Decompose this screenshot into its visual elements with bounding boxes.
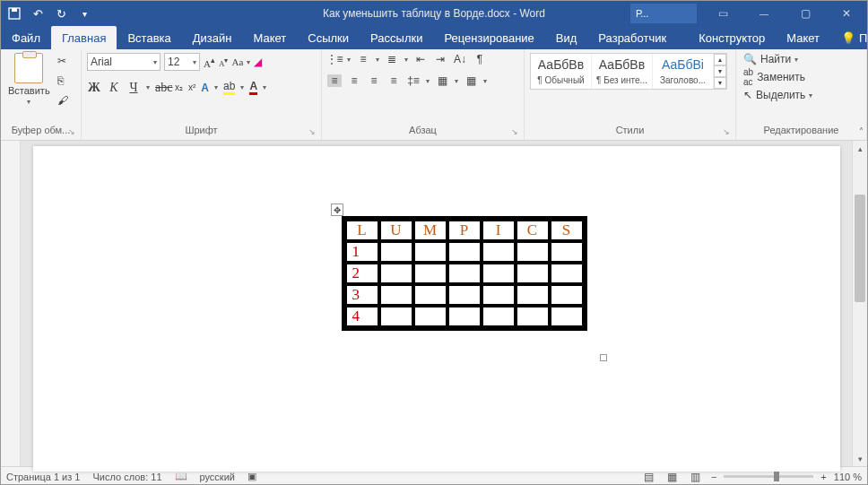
- align-left-icon[interactable]: ≡: [327, 74, 342, 87]
- bullets-icon[interactable]: ⋮≡: [327, 53, 342, 65]
- table-resize-handle-icon[interactable]: [600, 354, 607, 361]
- underline-button[interactable]: Ч: [126, 81, 141, 95]
- select-button[interactable]: ↖Выделить▾: [743, 89, 812, 101]
- replace-icon: abac: [743, 67, 753, 87]
- search-icon: 🔍: [743, 53, 757, 65]
- copy-icon[interactable]: ⎘: [57, 74, 68, 87]
- tab-view[interactable]: Вид: [545, 26, 588, 49]
- zoom-slider-knob[interactable]: [774, 472, 779, 481]
- table-header-row: L U M P I C S: [346, 221, 583, 240]
- spellcheck-icon[interactable]: 📖: [175, 471, 187, 482]
- tab-layout[interactable]: Макет: [242, 26, 297, 49]
- tab-references[interactable]: Ссылки: [297, 26, 360, 49]
- table-row: 2: [346, 264, 583, 283]
- status-language[interactable]: русский: [200, 472, 235, 482]
- font-size-combo[interactable]: 12▾: [164, 53, 200, 71]
- font-name-combo[interactable]: Arial▾: [87, 53, 161, 71]
- save-icon[interactable]: [8, 7, 21, 20]
- scroll-down-icon[interactable]: ▾: [853, 451, 868, 466]
- clear-formatting-icon[interactable]: ◢: [254, 56, 262, 68]
- status-word-count[interactable]: Число слов: 11: [92, 472, 161, 482]
- zoom-out-icon[interactable]: −: [711, 472, 716, 482]
- cut-icon[interactable]: ✂: [57, 55, 68, 67]
- paste-button[interactable]: Вставить ▾: [4, 51, 54, 108]
- tab-design[interactable]: Дизайн: [182, 26, 243, 49]
- numbering-icon[interactable]: ≡: [356, 53, 370, 65]
- dialog-launcher-icon[interactable]: ↘: [68, 126, 75, 138]
- group-styles-label: Стили: [616, 125, 645, 135]
- style-no-spacing[interactable]: АаБбВв¶ Без инте...: [592, 54, 653, 89]
- grow-font-icon[interactable]: A▴: [204, 55, 215, 69]
- line-spacing-icon[interactable]: ‡≡: [406, 74, 421, 87]
- superscript-button[interactable]: x²: [188, 82, 195, 92]
- dialog-launcher-icon[interactable]: ↘: [511, 126, 518, 138]
- vertical-scrollbar[interactable]: ▴ ▾: [852, 141, 867, 466]
- qat-customize-icon[interactable]: ▾: [78, 7, 91, 20]
- minimize-icon[interactable]: —: [743, 1, 785, 26]
- align-right-icon[interactable]: ≡: [367, 74, 381, 87]
- shrink-font-icon[interactable]: A▾: [219, 56, 229, 68]
- maximize-icon[interactable]: ▢: [785, 1, 826, 26]
- styles-gallery[interactable]: АаБбВв¶ Обычный АаБбВв¶ Без инте... АаБб…: [530, 53, 727, 90]
- undo-icon[interactable]: ↶: [31, 7, 44, 20]
- tab-table-layout[interactable]: Макет: [776, 26, 830, 49]
- vertical-ruler: [1, 141, 21, 466]
- dialog-launcher-icon[interactable]: ↘: [723, 126, 730, 138]
- change-case-icon[interactable]: Aa: [231, 56, 243, 67]
- group-font: Arial▾ 12▾ A▴ A▾ Aa▾ ◢ Ж К Ч▾ abc x₂ x² …: [82, 49, 322, 140]
- tab-file[interactable]: Файл: [1, 26, 51, 49]
- tab-table-design[interactable]: Конструктор: [688, 26, 776, 49]
- tab-developer[interactable]: Разработчик: [587, 26, 677, 49]
- lightbulb-icon: 💡: [841, 31, 855, 45]
- sort-icon[interactable]: A↓: [453, 53, 467, 65]
- zoom-in-icon[interactable]: +: [820, 472, 826, 482]
- group-paragraph: ⋮≡▾ ≡▾ ≣▾ ⇤ ⇥ A↓ ¶ ≡ ≡ ≡ ≡ ‡≡▾ ▦▾ ▦▾ Абз…: [322, 49, 525, 140]
- shading-icon[interactable]: ▦: [435, 74, 449, 87]
- show-marks-icon[interactable]: ¶: [473, 53, 487, 65]
- increase-indent-icon[interactable]: ⇥: [433, 53, 447, 65]
- page[interactable]: ✥ L U M P I C S 1 2 3 4: [33, 146, 840, 472]
- strikethrough-button[interactable]: abc: [155, 81, 169, 95]
- ribbon-tabs: Файл Главная Вставка Дизайн Макет Ссылки…: [1, 26, 867, 49]
- justify-icon[interactable]: ≡: [386, 74, 401, 87]
- find-button[interactable]: 🔍Найти▾: [743, 53, 812, 65]
- group-paragraph-label: Абзац: [409, 125, 437, 135]
- redo-icon[interactable]: ↻: [55, 7, 67, 20]
- decrease-indent-icon[interactable]: ⇤: [413, 53, 428, 65]
- scrollbar-thumb[interactable]: [855, 195, 865, 302]
- multilevel-icon[interactable]: ≣: [385, 53, 399, 65]
- italic-button[interactable]: К: [107, 81, 121, 95]
- format-painter-icon[interactable]: 🖌: [57, 94, 68, 107]
- macro-record-icon[interactable]: ▣: [247, 471, 256, 482]
- zoom-slider[interactable]: [724, 475, 813, 478]
- style-heading1[interactable]: АаБбВіЗаголово...: [653, 54, 714, 89]
- font-color-icon[interactable]: A: [249, 80, 257, 95]
- replace-button[interactable]: abacЗаменить: [743, 67, 812, 87]
- status-page[interactable]: Страница 1 из 1: [6, 472, 80, 482]
- document-area: ✥ L U M P I C S 1 2 3 4 ▴ ▾: [1, 141, 867, 466]
- group-editing-label: Редактирование: [764, 125, 839, 135]
- subscript-button[interactable]: x₂: [175, 82, 183, 92]
- bold-button[interactable]: Ж: [87, 81, 101, 95]
- tab-insert[interactable]: Вставка: [117, 26, 181, 49]
- close-icon[interactable]: ✕: [826, 1, 867, 26]
- account-box[interactable]: Р...: [630, 4, 697, 23]
- scroll-up-icon[interactable]: ▴: [853, 141, 868, 156]
- borders-icon[interactable]: ▦: [464, 74, 478, 87]
- group-editing: 🔍Найти▾ abacЗаменить ↖Выделить▾ Редактир…: [736, 49, 867, 140]
- ribbon-display-icon[interactable]: ▭: [702, 1, 743, 26]
- styles-scroll[interactable]: ▴▾▾: [714, 54, 726, 89]
- table-move-handle-icon[interactable]: ✥: [331, 204, 343, 216]
- dialog-launcher-icon[interactable]: ↘: [308, 126, 316, 138]
- style-normal[interactable]: АаБбВв¶ Обычный: [531, 54, 592, 89]
- tell-me[interactable]: 💡Помощн: [830, 26, 868, 49]
- tab-home[interactable]: Главная: [51, 26, 117, 49]
- text-effects-icon[interactable]: A: [201, 82, 209, 94]
- align-center-icon[interactable]: ≡: [347, 74, 361, 87]
- tab-mailings[interactable]: Рассылки: [360, 26, 433, 49]
- tab-review[interactable]: Рецензирование: [433, 26, 544, 49]
- zoom-level[interactable]: 110 %: [834, 472, 862, 482]
- collapse-ribbon-icon[interactable]: ˄: [859, 126, 864, 136]
- document-table[interactable]: L U M P I C S 1 2 3 4: [342, 216, 587, 331]
- highlight-icon[interactable]: ab: [223, 80, 235, 95]
